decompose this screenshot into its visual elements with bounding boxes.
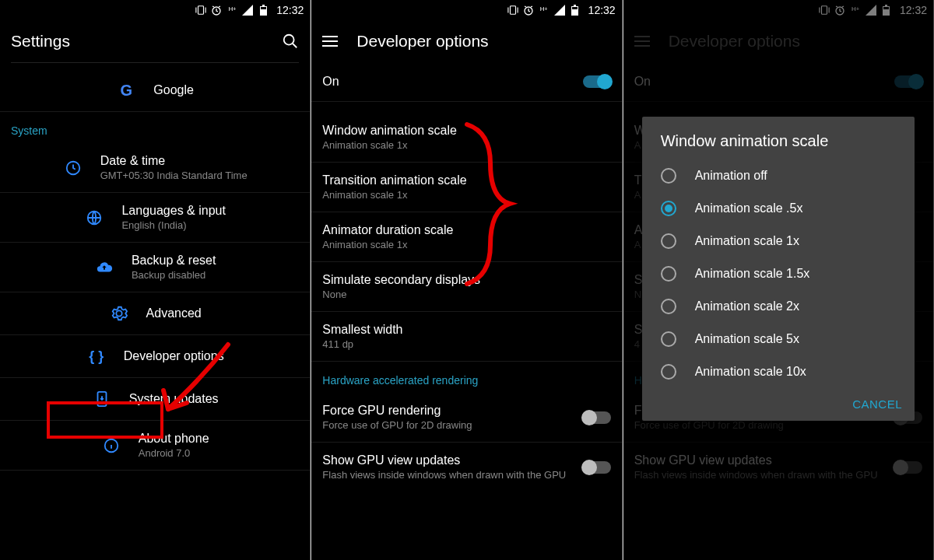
svg-rect-10 <box>510 6 515 15</box>
svg-rect-3 <box>262 5 265 6</box>
item-sub: Animation scale 1x <box>322 189 610 201</box>
item-sub: English (India) <box>121 219 225 231</box>
item-label: Show GPU view updates <box>322 453 610 467</box>
info-icon <box>101 436 121 456</box>
item-label: About phone <box>139 432 209 446</box>
section-system: System <box>0 112 310 143</box>
item-sub: 411 dp <box>322 338 610 350</box>
google-icon: G <box>116 80 136 100</box>
row-show-gpu-view-updates[interactable]: Show GPU view updates Flash views inside… <box>311 443 621 492</box>
vibrate-icon <box>507 5 518 16</box>
settings-list: G Google System Date & time GMT+05:30 In… <box>0 62 310 560</box>
status-clock: 12:32 <box>588 4 616 16</box>
radio-icon <box>661 201 676 216</box>
page-title: Settings <box>11 32 70 51</box>
radio-option-animation-1x[interactable]: Animation scale 1x <box>642 225 915 257</box>
row-transition-animation-scale[interactable]: Transition animation scale Animation sca… <box>311 163 621 212</box>
item-label: Force GPU rendering <box>322 404 610 418</box>
cancel-button[interactable]: CANCEL <box>852 397 902 411</box>
globe-icon <box>84 208 104 228</box>
svg-rect-13 <box>574 5 576 6</box>
row-simulate-secondary-displays[interactable]: Simulate secondary displays None <box>311 262 621 312</box>
radio-label: Animation off <box>695 169 767 183</box>
item-sub: GMT+05:30 India Standard Time <box>100 170 248 181</box>
svg-rect-4 <box>261 7 266 9</box>
section-hw-accel: Hardware accelerated rendering <box>311 362 621 393</box>
menu-icon[interactable] <box>322 36 338 47</box>
settings-item-datetime[interactable]: Date & time GMT+05:30 India Standard Tim… <box>0 143 310 193</box>
status-bar: H+ 12:32 <box>0 0 310 20</box>
row-window-animation-scale[interactable]: Window animation scale Animation scale 1… <box>311 113 621 163</box>
item-label: Developer options <box>124 349 224 363</box>
svg-point-5 <box>284 35 294 45</box>
item-sub: None <box>322 289 610 300</box>
radio-label: Animation scale 5x <box>695 332 799 346</box>
battery-icon <box>258 5 269 16</box>
radio-label: Animation scale 2x <box>695 299 799 313</box>
radio-option-animation-10x[interactable]: Animation scale 10x <box>642 355 915 388</box>
row-force-gpu-rendering[interactable]: Force GPU rendering Force use of GPU for… <box>311 393 621 443</box>
settings-item-languages[interactable]: Languages & input English (India) <box>0 193 310 243</box>
network-icon: H+ <box>539 3 550 14</box>
screen-settings: H+ 12:32 Settings G Google System Date &… <box>0 0 311 560</box>
radio-label: Animation scale .5x <box>695 201 803 215</box>
item-sub: Animation scale 1x <box>322 239 610 250</box>
item-label: Window animation scale <box>322 124 610 138</box>
search-icon[interactable] <box>282 33 299 50</box>
radio-icon <box>661 364 676 380</box>
radio-icon <box>661 266 676 282</box>
signal-icon <box>554 5 565 16</box>
settings-item-about-phone[interactable]: About phone Android 7.0 <box>0 421 310 471</box>
radio-option-animation-2x[interactable]: Animation scale 2x <box>642 290 915 323</box>
item-label: Smallest width <box>322 323 610 337</box>
force-gpu-switch[interactable] <box>583 411 611 424</box>
dialog-actions: CANCEL <box>642 388 915 421</box>
radio-label: Animation scale 10x <box>695 365 806 379</box>
phone-download-icon <box>92 389 112 409</box>
battery-icon <box>570 5 581 16</box>
dev-options-list: On Window animation scale Animation scal… <box>311 62 621 560</box>
item-sub: Android 7.0 <box>139 447 209 459</box>
radio-option-animation-05x[interactable]: Animation scale .5x <box>642 192 915 225</box>
radio-icon <box>661 299 676 314</box>
item-label: Animator duration scale <box>322 223 610 237</box>
dev-options-switch[interactable] <box>583 75 611 88</box>
radio-option-animation-15x[interactable]: Animation scale 1.5x <box>642 257 915 290</box>
settings-item-backup[interactable]: Backup & reset Backup disabled <box>0 243 310 292</box>
gear-icon <box>109 303 129 324</box>
radio-option-animation-5x[interactable]: Animation scale 5x <box>642 323 915 355</box>
page-title: Developer options <box>356 32 488 51</box>
svg-rect-0 <box>198 6 204 15</box>
settings-item-google[interactable]: G Google <box>0 69 310 112</box>
settings-item-advanced[interactable]: Advanced <box>0 292 310 335</box>
radio-option-animation-off[interactable]: Animation off <box>642 159 915 192</box>
item-sub: Force use of GPU for 2D drawing <box>322 419 610 431</box>
row-animator-duration-scale[interactable]: Animator duration scale Animation scale … <box>311 212 621 262</box>
settings-item-system-updates[interactable]: System updates <box>0 378 310 421</box>
dialog-title: Window animation scale <box>642 132 915 159</box>
cloud-upload-icon <box>94 257 114 278</box>
alarm-icon <box>211 5 222 16</box>
radio-icon <box>661 233 676 249</box>
settings-item-developer-options[interactable]: { } Developer options <box>0 335 310 378</box>
status-bar: H+ 12:32 <box>311 0 621 20</box>
item-label: Transition animation scale <box>322 173 610 187</box>
dev-toggle-row[interactable]: On <box>311 62 621 102</box>
on-label: On <box>322 75 610 89</box>
braces-icon: { } <box>86 346 107 366</box>
radio-label: Animation scale 1.5x <box>695 267 810 281</box>
item-label: Advanced <box>146 306 202 320</box>
item-label: Backup & reset <box>132 254 216 268</box>
dialog-window-animation-scale: Window animation scale Animation off Ani… <box>642 117 915 421</box>
alarm-icon <box>523 5 534 16</box>
status-clock: 12:32 <box>276 4 304 16</box>
network-icon: H+ <box>226 3 237 14</box>
radio-icon <box>661 331 676 347</box>
radio-icon <box>661 168 676 184</box>
signal-icon <box>242 5 253 16</box>
row-smallest-width[interactable]: Smallest width 411 dp <box>311 312 621 362</box>
item-label: Simulate secondary displays <box>322 273 610 287</box>
item-sub: Backup disabled <box>132 269 216 281</box>
show-gpu-switch[interactable] <box>583 461 611 474</box>
clock-icon <box>63 158 83 178</box>
